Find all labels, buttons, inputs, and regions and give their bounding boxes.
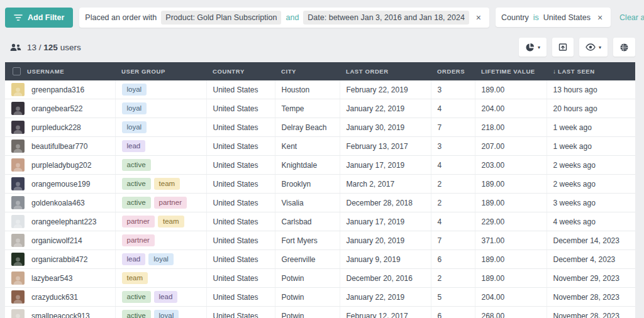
page: Add Filter Placed an order withProduct: … [0,0,644,318]
filter-pill[interactable]: Placed an order withProduct: Gold Plan S… [79,8,489,28]
cell-last-seen: November 28, 2023 [547,288,635,307]
cell-lifetime-value: 189.00 [475,250,547,269]
avatar [11,234,25,247]
cell-orders: 7 [431,118,475,137]
export-button[interactable] [552,38,574,57]
filter-text: Placed an order with [85,13,157,22]
cell-orders: 4 [431,156,475,175]
count-row: 13 / 125 users ▾ ▾ [10,38,635,57]
cell-last-seen: December 4, 2023 [547,250,635,269]
cell-orders: 6 [431,307,475,318]
column-header-last-seen[interactable]: ↓ LAST SEEN [547,62,635,80]
cell-last-order: January 20, 2019 [340,231,431,250]
cell-orders: 4 [431,99,475,118]
filter-conjunction: is [533,13,539,22]
cell-orders: 3 [431,137,475,156]
user-group-badge: lead [122,253,146,266]
user-group-badge: loyal [122,121,147,134]
cell-lifetime-value: 203.00 [475,156,547,175]
cell-city: Visalia [275,194,340,212]
column-header-orders[interactable]: ORDERS [431,62,475,80]
cell-lifetime-value: 268.00 [475,307,547,318]
table-row[interactable]: smallpeacock913 activeloyal United State… [5,307,635,318]
cell-country: United States [206,80,275,99]
add-filter-label: Add Filter [28,13,64,22]
table-row[interactable]: organicwolf214 partner United States For… [5,231,635,250]
users-label: users [60,43,81,52]
cell-country: United States [206,269,275,288]
user-group-badge: loyal [154,310,179,318]
cell-lifetime-value: 189.00 [475,269,547,288]
table-row[interactable]: purpleladybug202 active United States Kn… [5,156,635,175]
table-row[interactable]: orangemouse199 activeteam United States … [5,175,635,194]
cell-last-seen: November 29, 2023 [547,269,635,288]
cell-country: United States [206,156,275,175]
cell-last-order: January 9, 2019 [340,250,431,269]
cell-username: beautifulbear770 [31,142,87,151]
table-row[interactable]: organicrabbit472 leadloyal United States… [5,250,635,269]
cell-orders: 2 [431,269,475,288]
cell-username: organicwolf214 [31,236,82,245]
cell-last-seen: 2 weeks ago [547,156,635,175]
filter-text: United States [543,13,591,22]
table-row[interactable]: purpleduck228 loyal United States Delray… [5,118,635,137]
column-header-country[interactable]: COUNTRY [206,62,275,80]
cell-orders: 4 [431,212,475,231]
cell-user-group: loyal [115,99,206,118]
cell-last-seen: 4 weeks ago [547,212,635,231]
cell-lifetime-value: 204.00 [475,288,547,307]
column-header-last-order[interactable]: LAST ORDER [340,62,431,80]
cell-country: United States [206,307,275,318]
cell-city: Brooklyn [275,175,340,194]
map-button[interactable] [613,38,635,57]
filter-remove-button[interactable]: × [595,12,605,23]
cell-lifetime-value: 204.00 [475,99,547,118]
add-filter-button[interactable]: Add Filter [5,8,73,28]
filter-parts: CountryisUnited States [501,13,591,22]
column-header-user-group[interactable]: USER GROUP [115,62,206,80]
users-table: USERNAME USER GROUP COUNTRY CITY LAST OR… [5,62,635,318]
user-group-badge: active [122,291,151,304]
cell-last-order: January 22, 2019 [340,288,431,307]
select-all-checkbox[interactable] [13,67,21,75]
table-row[interactable]: goldenkoala463 activepartner United Stat… [5,194,635,212]
cell-user-group: lead [115,137,206,156]
cell-last-order: January 17, 2019 [340,156,431,175]
column-header-username[interactable]: USERNAME [5,62,115,80]
cell-city: Houston [275,80,340,99]
table-header-row: USERNAME USER GROUP COUNTRY CITY LAST OR… [5,62,635,80]
table-body: greenpanda316 loyal United States Housto… [5,80,635,318]
reports-button[interactable]: ▾ [519,38,547,57]
cell-city: Potwin [275,269,340,288]
table-row[interactable]: orangeelephant223 partnerteam United Sta… [5,212,635,231]
cell-username: orangemouse199 [31,180,90,189]
cell-last-order: December 28, 2018 [340,194,431,212]
cell-lifetime-value: 189.00 [475,80,547,99]
table-row[interactable]: beautifulbear770 lead United States Kent… [5,137,635,156]
filter-remove-button[interactable]: × [474,12,484,23]
column-header-city[interactable]: CITY [275,62,340,80]
table-row[interactable]: lazybear543 team United States Potwin De… [5,269,635,288]
user-group-badge: partner [122,216,155,228]
table-row[interactable]: greenpanda316 loyal United States Housto… [5,80,635,99]
cell-user-group: activelead [115,288,206,307]
column-header-lifetime-value[interactable]: LIFETIME VALUE [475,62,547,80]
user-group-badge: active [122,159,151,172]
cell-country: United States [206,175,275,194]
cell-username: lazybear543 [31,274,72,283]
cell-country: United States [206,250,275,269]
cell-city: Greenville [275,250,340,269]
cell-last-order: January 22, 2019 [340,99,431,118]
cell-orders: 3 [431,80,475,99]
user-group-badge: loyal [122,102,147,115]
avatar [11,290,25,304]
column-visibility-button[interactable]: ▾ [579,38,608,57]
table-row[interactable]: orangebear522 loyal United States Tempe … [5,99,635,118]
cell-orders: 2 [431,175,475,194]
toolbar: ▾ ▾ [519,38,635,57]
clear-all-link[interactable]: Clear all [619,13,644,22]
filter-pill[interactable]: CountryisUnited States × [496,8,611,27]
table-row[interactable]: crazyduck631 activelead United States Po… [5,288,635,307]
cell-username: greenpanda316 [31,85,84,94]
cell-lifetime-value: 229.00 [475,212,547,231]
